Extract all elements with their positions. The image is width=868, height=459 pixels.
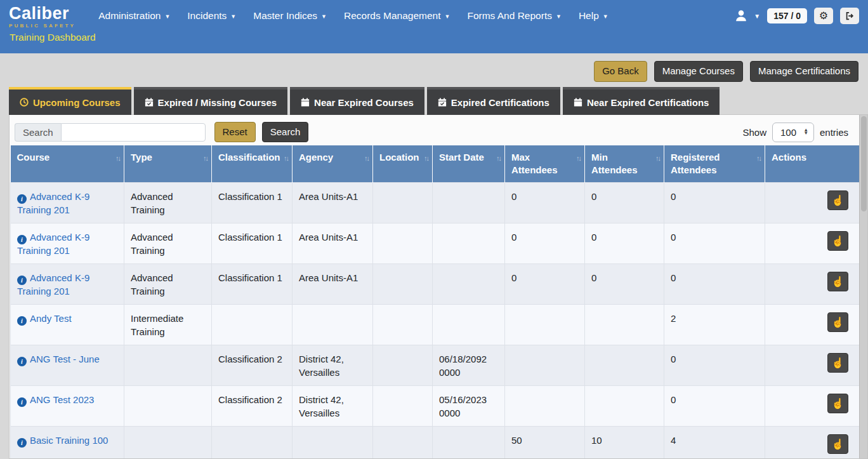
course-link[interactable]: ANG Test - June <box>30 354 100 364</box>
classification-cell: Classification 2 <box>212 345 293 386</box>
table-row: iAdvanced K-9 Training 201 Advanced Trai… <box>11 183 860 223</box>
tab-upcoming-courses[interactable]: Upcoming Courses <box>9 87 131 115</box>
info-icon[interactable]: i <box>17 235 27 244</box>
sort-icon[interactable]: ↑↓ <box>203 152 207 164</box>
menu-forms-and-reports[interactable]: Forms And Reports▼ <box>467 10 561 22</box>
type-cell: Intermediate Training <box>124 305 212 345</box>
menu-help[interactable]: Help▼ <box>579 10 608 22</box>
chevron-down-icon: ▼ <box>603 13 608 20</box>
row-action-button[interactable]: ☝ <box>827 231 848 251</box>
sort-icon[interactable]: ↑↓ <box>655 152 660 164</box>
course-cell: iANG Test 2023 <box>11 386 124 427</box>
tab-expired-certifications[interactable]: Expired Certifications <box>427 87 560 115</box>
column-header-course[interactable]: Course↑↓ <box>11 145 124 183</box>
sort-icon[interactable]: ↑↓ <box>424 152 428 164</box>
max-attendees-cell <box>505 305 585 345</box>
course-cell: iAndy Test <box>11 305 124 345</box>
menu-master-indices[interactable]: Master Indices▼ <box>253 10 327 22</box>
sort-icon[interactable]: ↑↓ <box>115 152 120 164</box>
entries-label: entries <box>820 127 848 138</box>
go-back-button[interactable]: Go Back <box>594 61 647 82</box>
column-header-location[interactable]: Location↑↓ <box>373 145 433 183</box>
sort-icon[interactable]: ↑↓ <box>364 152 369 164</box>
reset-button[interactable]: Reset <box>214 122 256 143</box>
row-action-button[interactable]: ☝ <box>827 190 848 210</box>
info-icon[interactable]: i <box>17 194 27 204</box>
table-row: iAdvanced K-9 Training 201 Advanced Trai… <box>11 264 860 305</box>
registered-attendees-cell: 4 <box>664 427 765 459</box>
min-attendees-cell: 0 <box>585 183 664 223</box>
actions-cell: ☝ <box>765 345 860 386</box>
sort-icon[interactable]: ↑↓ <box>756 152 761 164</box>
info-icon[interactable]: i <box>17 397 27 407</box>
start-date-cell <box>433 264 505 305</box>
sort-icon[interactable]: ↑↓ <box>284 152 288 164</box>
course-link[interactable]: Advanced K-9 Training 201 <box>17 191 89 215</box>
menu-administration[interactable]: Administration▼ <box>98 10 170 22</box>
chevron-down-icon: ▼ <box>445 13 450 20</box>
registered-attendees-cell: 0 <box>664 264 765 305</box>
course-link[interactable]: Basic Training 100 <box>30 435 108 446</box>
row-action-button[interactable]: ☝ <box>827 353 848 373</box>
courses-table-wrap: Course↑↓ Type↑↓ Classification↑↓ Agency↑… <box>10 144 859 458</box>
row-action-button[interactable]: ☝ <box>827 434 848 454</box>
manage-certifications-button[interactable]: Manage Certifications <box>750 61 858 82</box>
hand-pointer-icon: ☝ <box>832 439 845 449</box>
search-button[interactable]: Search <box>262 122 309 143</box>
info-icon[interactable]: i <box>17 316 27 326</box>
info-icon[interactable]: i <box>17 438 27 448</box>
chevron-down-icon: ▼ <box>164 13 170 20</box>
vertical-scrollbar[interactable] <box>859 115 867 458</box>
calendar-check-icon <box>145 98 154 107</box>
search-label: Search <box>15 123 61 142</box>
max-attendees-cell: 0 <box>505 223 585 264</box>
course-link[interactable]: Advanced K-9 Training 201 <box>17 272 89 296</box>
menu-records-management[interactable]: Records Management▼ <box>344 10 450 22</box>
settings-button[interactable]: ⚙ <box>814 8 833 24</box>
course-link[interactable]: ANG Test 2023 <box>30 394 94 405</box>
user-menu-caret-icon[interactable]: ▼ <box>754 13 760 20</box>
column-header-classification[interactable]: Classification↑↓ <box>212 145 293 183</box>
min-attendees-cell: 0 <box>585 264 664 305</box>
column-header-min-attendees[interactable]: Min Attendees↑↓ <box>585 145 664 183</box>
column-header-start-date[interactable]: Start Date↑↓ <box>433 145 505 183</box>
main-menu: Administration▼ Incidents▼ Master Indice… <box>98 10 608 22</box>
location-cell <box>373 345 433 386</box>
info-icon[interactable]: i <box>17 276 27 285</box>
row-action-button[interactable]: ☝ <box>827 272 848 291</box>
column-header-type[interactable]: Type↑↓ <box>124 145 212 183</box>
logo-subtitle: PUBLIC SAFETY <box>9 23 76 29</box>
location-cell <box>373 427 433 459</box>
row-action-button[interactable]: ☝ <box>827 394 848 413</box>
menu-incidents[interactable]: Incidents▼ <box>187 10 236 22</box>
course-link[interactable]: Advanced K-9 Training 201 <box>17 232 89 256</box>
classification-cell: Classification 1 <box>212 223 293 264</box>
dashboard-tabs: Upcoming Courses Expired / Missing Cours… <box>9 87 720 115</box>
max-attendees-cell: 0 <box>505 183 585 223</box>
tab-expired-missing-courses[interactable]: Expired / Missing Courses <box>134 87 288 115</box>
search-input[interactable] <box>61 123 206 142</box>
scrollbar-thumb[interactable] <box>861 116 867 211</box>
registered-attendees-cell: 2 <box>664 305 765 345</box>
column-header-agency[interactable]: Agency↑↓ <box>293 145 373 183</box>
registered-attendees-cell: 0 <box>664 386 765 427</box>
sort-icon[interactable]: ↑↓ <box>576 152 581 164</box>
column-header-registered-attendees[interactable]: Registered Attendees↑↓ <box>664 145 765 183</box>
info-icon[interactable]: i <box>17 357 27 366</box>
page-size-select[interactable]: 100 ▲▼ <box>772 123 814 142</box>
caliber-logo[interactable]: Caliber PUBLIC SAFETY <box>9 5 76 29</box>
registered-attendees-cell: 0 <box>664 345 765 386</box>
course-link[interactable]: Andy Test <box>30 313 72 324</box>
tab-near-expired-certifications[interactable]: Near Expired Certifications <box>563 87 720 115</box>
user-icon[interactable] <box>734 9 748 23</box>
logout-button[interactable] <box>840 8 859 24</box>
column-header-max-attendees[interactable]: Max Attendees↑↓ <box>505 145 585 183</box>
row-action-button[interactable]: ☝ <box>827 312 848 332</box>
hand-pointer-icon: ☝ <box>832 236 845 246</box>
sort-icon[interactable]: ↑↓ <box>496 152 501 164</box>
agency-cell <box>293 305 373 345</box>
manage-courses-button[interactable]: Manage Courses <box>654 61 743 82</box>
agency-cell: District 42, Versailles <box>293 345 373 386</box>
tab-near-expired-courses[interactable]: Near Expired Courses <box>290 87 424 115</box>
classification-cell: Classification 1 <box>212 264 293 305</box>
